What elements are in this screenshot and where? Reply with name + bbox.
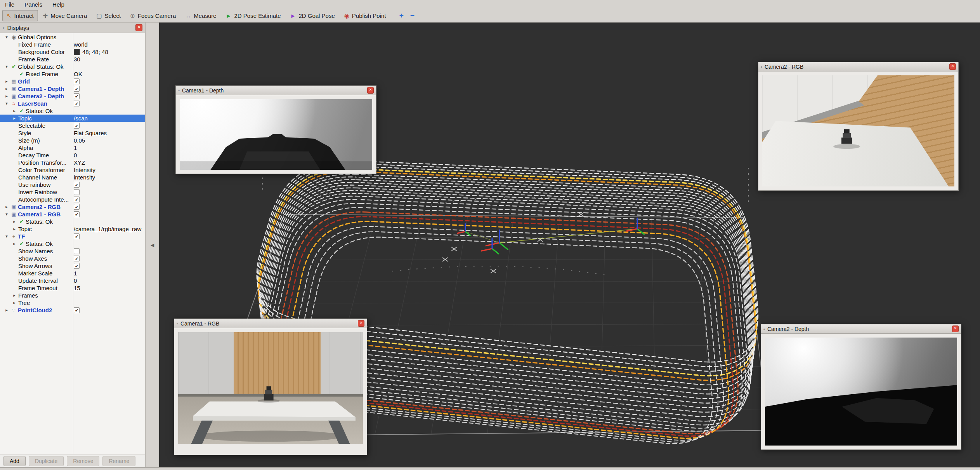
tree-row-frame-rate-3[interactable]: Frame Rate30 <box>0 56 145 63</box>
value-text[interactable]: 30 <box>74 56 80 63</box>
tree-row-position-transfor-17[interactable]: Position Transfor...XYZ <box>0 159 145 166</box>
tool-focus-camera[interactable]: ⊕Focus Camera <box>126 10 180 21</box>
row-checkbox[interactable]: ✔ <box>74 78 80 84</box>
tree-row-autocompute-inte-22[interactable]: Autocompute Inte...✔ <box>0 196 145 203</box>
tool-publish-point[interactable]: ◉Publish Point <box>340 10 390 21</box>
value-text[interactable]: XYZ <box>74 159 85 166</box>
expander-icon[interactable]: ▾ <box>3 101 10 106</box>
tree-row-decay-time-16[interactable]: Decay Time0 <box>0 151 145 159</box>
tree-row-camera2-rgb-23[interactable]: ▸▣Camera2 - RGB✔ <box>0 203 145 211</box>
menu-item-help[interactable]: Help <box>47 0 69 9</box>
tool-select[interactable]: ▢Select <box>92 10 125 21</box>
row-checkbox[interactable]: ✔ <box>74 182 80 188</box>
value-text[interactable]: 15 <box>74 285 80 291</box>
tree-row-channel-name-19[interactable]: Channel Nameintensity <box>0 174 145 181</box>
camera2-depth-titlebar[interactable]: ▫ Camera2 - Depth ✕ <box>761 324 961 334</box>
expander-icon[interactable]: ▸ <box>3 204 10 209</box>
tree-row-background-color-2[interactable]: Background Color48; 48; 48 <box>0 48 145 56</box>
tree-row-tree-36[interactable]: ▸Tree <box>0 299 145 306</box>
tree-row-global-options-0[interactable]: ▾◉Global Options <box>0 33 145 41</box>
value-text[interactable]: /camera_1/rgb/image_raw <box>74 226 141 232</box>
expander-icon[interactable]: ▸ <box>3 86 10 91</box>
tree-row-camera2-depth-8[interactable]: ▸▣Camera2 - Depth✔ <box>0 92 145 100</box>
value-text[interactable]: 0 <box>74 277 77 284</box>
tree-row-camera1-depth-7[interactable]: ▸▣Camera1 - Depth✔ <box>0 85 145 92</box>
row-checkbox[interactable] <box>74 248 80 254</box>
row-checkbox[interactable]: ✔ <box>74 86 80 92</box>
row-checkbox[interactable]: ✔ <box>74 93 80 99</box>
tree-row-global-status-ok-4[interactable]: ▾✔Global Status: Ok <box>0 63 145 70</box>
tree-row-selectable-12[interactable]: Selectable✔ <box>0 122 145 129</box>
tree-row-style-13[interactable]: StyleFlat Squares <box>0 129 145 137</box>
tree-row-show-arrows-31[interactable]: Show Arrows✔ <box>0 262 145 270</box>
row-checkbox[interactable]: ✔ <box>74 211 80 217</box>
value-text[interactable]: 0 <box>74 152 77 158</box>
panel-splitter[interactable]: ◀ <box>146 23 159 468</box>
expander-icon[interactable]: ▸ <box>11 219 18 224</box>
row-checkbox[interactable] <box>74 189 80 195</box>
tree-row-invert-rainbow-21[interactable]: Invert Rainbow <box>0 188 145 196</box>
add-tool-button[interactable]: + <box>396 10 406 21</box>
tool-interact[interactable]: ↖Interact <box>2 10 38 21</box>
tree-row-status-ok-10[interactable]: ▸✔Status: Ok <box>0 107 145 115</box>
value-text[interactable]: 0.05 <box>74 137 85 144</box>
row-checkbox[interactable]: ✔ <box>74 197 80 202</box>
value-text[interactable]: /scan <box>74 115 88 122</box>
tool-2d-pose-estimate[interactable]: ►2D Pose Estimate <box>222 10 285 21</box>
expander-icon[interactable]: ▾ <box>3 64 10 69</box>
camera1-rgb-titlebar[interactable]: ▫ Camera1 - RGB ✕ <box>174 319 367 328</box>
camera1-depth-titlebar[interactable]: ▫ Camera1 - Depth ✕ <box>176 86 376 95</box>
tree-row-use-rainbow-20[interactable]: Use rainbow✔ <box>0 181 145 188</box>
row-checkbox[interactable]: ✔ <box>74 123 80 129</box>
camera2-depth-panel[interactable]: ▫ Camera2 - Depth ✕ <box>761 324 961 450</box>
tree-row-size-m-14[interactable]: Size (m)0.05 <box>0 137 145 144</box>
value-text[interactable]: intensity <box>74 174 95 181</box>
tree-row-grid-6[interactable]: ▸▦Grid✔ <box>0 78 145 85</box>
tree-row-status-ok-28[interactable]: ▸✔Status: Ok <box>0 240 145 247</box>
row-checkbox[interactable]: ✔ <box>74 263 80 269</box>
tree-row-tf-27[interactable]: ▾+TF✔ <box>0 233 145 240</box>
close-icon[interactable]: ✕ <box>358 320 364 327</box>
value-text[interactable]: world <box>74 41 88 48</box>
value-text[interactable]: Flat Squares <box>74 130 107 136</box>
tree-row-show-axes-30[interactable]: Show Axes✔ <box>0 255 145 262</box>
tree-row-color-transformer-18[interactable]: Color TransformerIntensity <box>0 166 145 174</box>
tree-row-topic-11[interactable]: ▸Topic/scan <box>0 115 145 122</box>
value-text[interactable]: 48; 48; 48 <box>82 49 108 55</box>
tree-row-fixed-frame-5[interactable]: ✔Fixed FrameOK <box>0 70 145 78</box>
expander-icon[interactable]: ▸ <box>11 300 18 305</box>
tree-row-alpha-15[interactable]: Alpha1 <box>0 144 145 151</box>
tree-row-topic-26[interactable]: ▸Topic/camera_1/rgb/image_raw <box>0 225 145 233</box>
tree-row-status-ok-25[interactable]: ▸✔Status: Ok <box>0 218 145 225</box>
color-swatch[interactable] <box>74 49 80 55</box>
expander-icon[interactable]: ▸ <box>3 79 10 84</box>
menu-item-panels[interactable]: Panels <box>19 0 47 9</box>
tool-measure[interactable]: ↔Measure <box>181 10 220 21</box>
expander-icon[interactable]: ▸ <box>11 108 18 113</box>
tree-row-update-interval-33[interactable]: Update Interval0 <box>0 277 145 284</box>
displays-close-icon[interactable]: ✕ <box>135 24 142 31</box>
camera2-rgb-titlebar[interactable]: ▫ Camera2 - RGB ✕ <box>758 62 958 71</box>
value-text[interactable]: 1 <box>74 144 77 151</box>
row-checkbox[interactable]: ✔ <box>74 101 80 106</box>
camera2-rgb-panel[interactable]: ▫ Camera2 - RGB ✕ <box>758 62 959 191</box>
expander-icon[interactable]: ▸ <box>11 293 18 298</box>
remove-tool-button[interactable]: − <box>407 10 417 21</box>
camera1-depth-panel[interactable]: ▫ Camera1 - Depth ✕ <box>175 85 376 174</box>
expander-icon[interactable]: ▸ <box>3 94 10 99</box>
tree-row-frame-timeout-34[interactable]: Frame Timeout15 <box>0 284 145 292</box>
value-text[interactable]: Intensity <box>74 167 95 173</box>
expander-icon[interactable]: ▸ <box>11 226 18 232</box>
expander-icon[interactable]: ▾ <box>3 234 10 239</box>
tool-2d-goal-pose[interactable]: ►2D Goal Pose <box>286 10 339 21</box>
3d-viewport[interactable]: ▫ Camera1 - Depth ✕ ▫ Camera2 - RGB ✕ <box>159 23 980 468</box>
tree-row-show-names-29[interactable]: Show Names <box>0 247 145 255</box>
value-text[interactable]: 1 <box>74 270 77 277</box>
camera1-rgb-panel[interactable]: ▫ Camera1 - RGB ✕ <box>174 319 367 455</box>
expander-icon[interactable]: ▸ <box>3 308 10 313</box>
tree-row-fixed-frame-1[interactable]: Fixed Frameworld <box>0 41 145 48</box>
row-checkbox[interactable]: ✔ <box>74 307 80 313</box>
close-icon[interactable]: ✕ <box>952 326 959 332</box>
expander-icon[interactable]: ▾ <box>3 35 10 40</box>
expander-icon[interactable]: ▸ <box>11 116 18 121</box>
